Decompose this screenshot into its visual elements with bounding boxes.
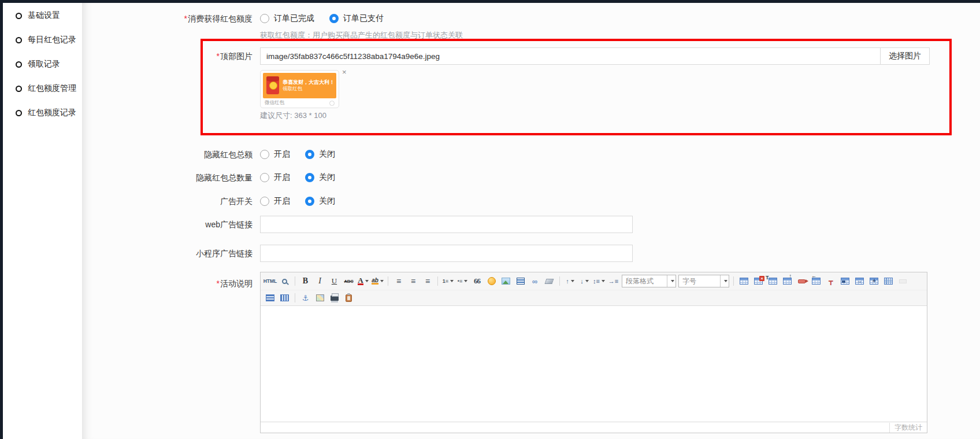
link-icon[interactable]: ∞ (528, 275, 542, 288)
remove-image-icon[interactable]: × (342, 69, 347, 76)
required-asterisk: * (184, 14, 187, 23)
sidebar-item-label: 每日红包记录 (28, 35, 76, 45)
more-tools-icon[interactable] (896, 275, 910, 288)
radio-option-label: 关闭 (319, 172, 335, 183)
radio-selected-icon[interactable] (305, 197, 314, 206)
unordered-list-icon[interactable]: •≡ (455, 275, 470, 288)
print-icon[interactable] (327, 292, 341, 305)
margin-top-icon[interactable]: ↑ (563, 275, 577, 288)
highlight-color-icon[interactable]: ab (370, 275, 385, 288)
sidebar-item-label: 基础设置 (28, 10, 60, 21)
anchor-icon: ⚓ (302, 294, 309, 302)
radio-unselected-icon[interactable] (260, 197, 269, 206)
sidebar-item[interactable]: 每日红包记录 (16, 34, 82, 46)
indent-icon[interactable]: →≡ (606, 275, 621, 288)
paragraph-format-select[interactable]: 段落格式 (622, 275, 676, 287)
radio-option-label: 开启 (274, 149, 290, 160)
chevron-down-icon[interactable] (667, 275, 675, 287)
table-prop-icon[interactable] (766, 275, 780, 288)
table-layout-icon[interactable] (881, 275, 896, 288)
sidebar-item[interactable]: 红包额度管理 (16, 83, 82, 94)
delete-row-icon[interactable] (795, 275, 809, 288)
radio-unselected-icon[interactable] (260, 173, 269, 182)
sidebar-item[interactable]: 领取记录 (16, 58, 82, 70)
insert-row-icon[interactable] (780, 275, 795, 288)
ordered-list-icon[interactable]: 1≡ (441, 275, 455, 288)
word-count-label[interactable]: 字数统计 (889, 423, 927, 433)
image-size-hint: 建议尺寸: 363 * 100 (260, 110, 326, 121)
radio-option[interactable]: 开启 (260, 196, 290, 206)
insert-image-icon[interactable] (499, 275, 513, 288)
top-image-path-input[interactable] (260, 47, 880, 65)
radio-option[interactable]: 订单已完成 (260, 13, 314, 24)
field-label-activity-desc: *活动说明 (83, 275, 253, 292)
margin-bottom-icon[interactable]: ↓ (577, 275, 592, 288)
radio-option[interactable]: 关闭 (305, 196, 335, 206)
caret-icon (571, 280, 574, 282)
align-center-icon[interactable]: ≡ (406, 275, 420, 288)
bold-icon[interactable]: B (298, 275, 313, 288)
radio-unselected-icon[interactable] (260, 150, 269, 159)
source-code-icon[interactable]: HTML (263, 275, 277, 288)
toolbar-separator (733, 276, 734, 286)
anchor-icon[interactable]: ⚓ (298, 292, 313, 305)
margin-bottom-icon: ↓ (580, 278, 584, 285)
margin-top-icon: ↑ (566, 278, 569, 285)
font-size-select[interactable]: 字号 (678, 275, 729, 287)
font-color-icon: A (358, 278, 363, 285)
insert-table-icon[interactable] (737, 275, 751, 288)
preview-icon[interactable] (277, 275, 292, 288)
rich-text-editor: HTMLBIUABCAab≡≡≡1≡•≡66∞↑↓↕≡→≡段落格式字号┳ ⚓ 字… (260, 272, 927, 433)
map-icon[interactable] (313, 292, 327, 305)
settings-form: *消费获得红包额度 订单已完成订单已支付 获取红包额度：用户购买商品产生的红包额… (83, 3, 980, 439)
align-right-icon[interactable]: ≡ (420, 275, 435, 288)
caret-icon (380, 280, 384, 282)
image-preview-card: 恭喜发财，大吉大利！ 领取红包 微信红包 (260, 70, 339, 108)
font-color-icon[interactable]: A (356, 275, 370, 288)
choose-image-button[interactable]: 选择图片 (880, 47, 930, 65)
sidebar: 基础设置每日红包记录领取记录红包额度管理红包额度记录 (3, 3, 83, 439)
radio-option[interactable]: 开启 (260, 172, 290, 183)
radio-unselected-icon[interactable] (260, 14, 269, 23)
blockquote-icon[interactable]: 66 (470, 275, 484, 288)
circle-icon (16, 61, 22, 68)
align-center-icon: ≡ (411, 276, 415, 286)
paste-icon[interactable] (341, 292, 356, 305)
caret-icon (450, 280, 454, 282)
strikethrough-icon[interactable]: ABC (341, 275, 356, 288)
line-height-icon[interactable]: ↕≡ (592, 275, 606, 288)
split-cols-icon[interactable] (277, 292, 292, 305)
radio-selected-icon[interactable] (305, 173, 314, 182)
delete-table-icon[interactable] (751, 275, 766, 288)
radio-selected-icon[interactable] (305, 150, 314, 159)
unordered-list-icon: •≡ (458, 278, 462, 284)
sidebar-item[interactable]: 红包额度记录 (16, 107, 82, 119)
split-rows-icon[interactable] (263, 292, 277, 305)
radio-selected-icon[interactable] (329, 14, 339, 23)
editor-toolbar-row2: ⚓ (261, 290, 927, 306)
delete-col-icon[interactable]: ┳ (823, 275, 838, 288)
cell-prop-icon[interactable] (838, 275, 852, 288)
toolbar-separator (295, 293, 295, 302)
insert-media-icon (517, 278, 525, 285)
sidebar-item[interactable]: 基础设置 (16, 10, 82, 21)
mini-ad-link-input[interactable] (260, 245, 633, 262)
emoji-icon[interactable] (484, 275, 499, 288)
insert-media-icon[interactable] (513, 275, 528, 288)
editor-content-area[interactable] (261, 306, 927, 422)
web-ad-link-input[interactable] (260, 216, 633, 233)
radio-option[interactable]: 关闭 (305, 149, 335, 160)
merge-cells-icon[interactable] (852, 275, 867, 288)
underline-icon[interactable]: U (327, 275, 341, 288)
insert-col-icon[interactable] (809, 275, 823, 288)
radio-option[interactable]: 关闭 (305, 172, 335, 183)
chevron-down-icon[interactable] (720, 275, 729, 287)
unlink-icon[interactable] (542, 275, 556, 288)
sidebar-item-label: 红包额度管理 (28, 83, 76, 94)
split-cell-icon[interactable] (867, 275, 881, 288)
insert-image-icon (502, 278, 510, 285)
align-left-icon[interactable]: ≡ (391, 275, 406, 288)
radio-option[interactable]: 订单已支付 (329, 13, 384, 24)
radio-option[interactable]: 开启 (260, 149, 290, 160)
italic-icon[interactable]: I (313, 275, 327, 288)
